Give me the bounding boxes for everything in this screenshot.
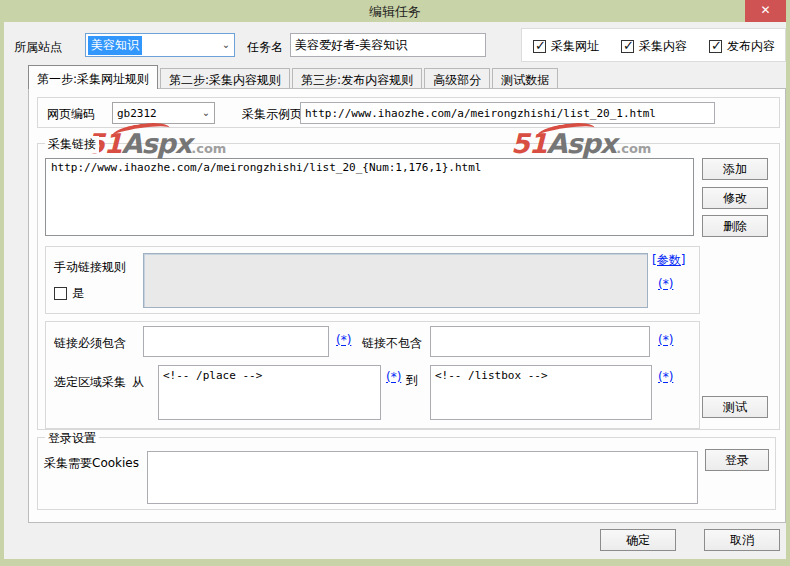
- must-contain-label: 链接必须包含: [54, 335, 126, 352]
- region-from-input[interactable]: <!-- /place -->: [158, 365, 381, 420]
- wildcard-link[interactable]: (*): [658, 333, 673, 347]
- dialog-body: 所属站点 美容知识 ⌄ 任务名 采集网址 采集内容 发布内容 第一步:采集网址规…: [4, 22, 786, 559]
- options-panel: 采集网址 采集内容 发布内容: [521, 28, 786, 62]
- not-contain-label: 链接不包含: [362, 335, 422, 352]
- modify-button[interactable]: 修改: [702, 187, 768, 209]
- encoding-panel: 网页编码 gb2312 ⌄ 采集示例页: [37, 97, 780, 128]
- close-icon[interactable]: ✕: [745, 0, 786, 22]
- tab-page-url-rules: 网页编码 gb2312 ⌄ 采集示例页 51Aspx.com 51Aspx.co…: [28, 88, 786, 523]
- must-contain-input[interactable]: [143, 326, 329, 357]
- chevron-down-icon[interactable]: ⌄: [218, 40, 234, 50]
- encoding-label: 网页编码: [47, 106, 95, 123]
- list-item[interactable]: http://www.ihaozhe.com/a/meirongzhishi/l…: [46, 159, 693, 176]
- checkbox-publish-content[interactable]: 发布内容: [709, 38, 775, 55]
- tab-advanced[interactable]: 高级部分: [424, 68, 490, 89]
- wildcard-link[interactable]: (*): [658, 277, 673, 291]
- not-contain-input[interactable]: [430, 326, 650, 357]
- collect-links-group-title: 采集链接: [45, 136, 99, 153]
- region-to-label: 到: [406, 372, 418, 389]
- checkbox-icon[interactable]: [709, 40, 722, 53]
- dialog-title: 编辑任务: [0, 3, 790, 21]
- title-bar[interactable]: 编辑任务 ✕: [0, 0, 790, 22]
- encoding-selected-value: gb2312: [113, 105, 198, 122]
- checkbox-icon[interactable]: [54, 287, 67, 300]
- cancel-button[interactable]: 取消: [704, 529, 780, 551]
- manual-rule-panel: 手动链接规则 是 [参数] (*): [45, 246, 700, 314]
- checkbox-collect-urls[interactable]: 采集网址: [533, 38, 599, 55]
- login-settings-group-title: 登录设置: [45, 430, 99, 447]
- site-select[interactable]: 美容知识 ⌄: [85, 33, 235, 57]
- cookies-label: 采集需要Cookies: [44, 455, 139, 472]
- params-link[interactable]: [参数]: [652, 252, 685, 269]
- tab-step3-publish-rules[interactable]: 第三步:发布内容规则: [292, 68, 422, 89]
- tab-step1-url-rules[interactable]: 第一步:采集网址规则: [28, 65, 158, 89]
- checkbox-icon[interactable]: [621, 40, 634, 53]
- checkbox-collect-content[interactable]: 采集内容: [621, 38, 687, 55]
- wildcard-link[interactable]: (*): [336, 333, 351, 347]
- region-from-label: 从: [132, 374, 144, 391]
- add-button[interactable]: 添加: [702, 158, 768, 180]
- tab-test-data[interactable]: 测试数据: [492, 68, 558, 89]
- checkbox-icon[interactable]: [533, 40, 546, 53]
- task-name-input[interactable]: [290, 33, 486, 57]
- test-button[interactable]: 测试: [702, 396, 768, 418]
- task-name-label: 任务名: [247, 39, 283, 56]
- tab-step2-content-rules[interactable]: 第二步:采集内容规则: [160, 68, 290, 89]
- login-button[interactable]: 登录: [705, 449, 769, 471]
- manual-rule-textarea: [143, 253, 648, 308]
- link-filter-panel: 链接必须包含 (*) 链接不包含 (*) 选定区域采集 从 <!-- /plac…: [45, 321, 700, 429]
- wildcard-link[interactable]: (*): [658, 370, 673, 384]
- collect-links-listbox[interactable]: http://www.ihaozhe.com/a/meirongzhishi/l…: [45, 158, 694, 236]
- manual-rule-label: 手动链接规则: [54, 259, 126, 276]
- site-label: 所属站点: [14, 39, 62, 56]
- region-collect-label: 选定区域采集: [54, 374, 126, 391]
- sample-page-input[interactable]: [300, 102, 715, 124]
- collect-links-group: 采集链接 http://www.ihaozhe.com/a/meirongzhi…: [37, 143, 780, 430]
- login-settings-group: 登录设置 采集需要Cookies 登录: [37, 437, 776, 510]
- cookies-textarea[interactable]: [147, 451, 698, 504]
- ok-button[interactable]: 确定: [600, 529, 676, 551]
- encoding-select[interactable]: gb2312 ⌄: [112, 102, 215, 124]
- sample-page-label: 采集示例页: [242, 106, 302, 123]
- wildcard-link[interactable]: (*): [386, 370, 401, 384]
- tab-strip: 第一步:采集网址规则 第二步:采集内容规则 第三步:发布内容规则 高级部分 测试…: [28, 65, 560, 89]
- chevron-down-icon[interactable]: ⌄: [198, 108, 214, 118]
- edit-task-dialog: 编辑任务 ✕ 所属站点 美容知识 ⌄ 任务名 采集网址 采集内容 发布内容: [0, 0, 790, 566]
- delete-button[interactable]: 删除: [702, 215, 768, 237]
- site-selected-value: 美容知识: [88, 36, 142, 55]
- manual-rule-enable-checkbox[interactable]: 是: [54, 285, 84, 302]
- region-to-input[interactable]: <!-- /listbox -->: [430, 365, 652, 420]
